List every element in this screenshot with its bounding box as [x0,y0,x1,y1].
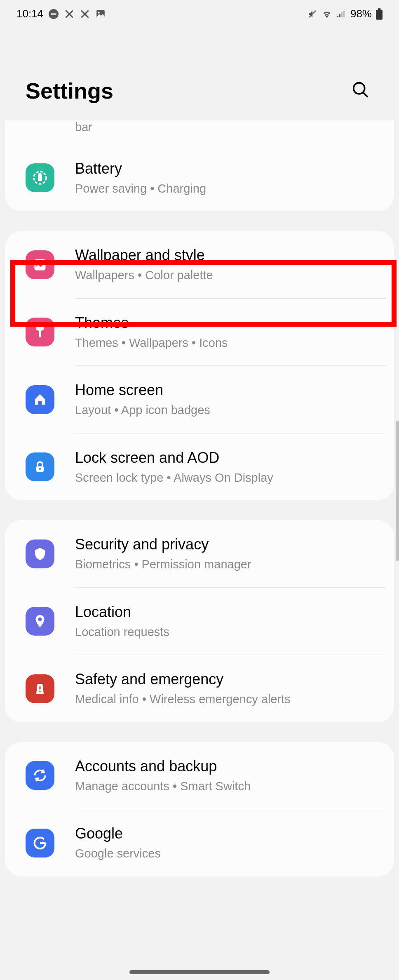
location-icon [26,607,54,636]
setting-lock-screen[interactable]: Lock screen and AOD Screen lock type • A… [5,433,394,500]
setting-themes[interactable]: Themes Themes • Wallpapers • Icons [5,299,394,365]
dnd-icon [48,9,59,19]
search-button[interactable] [348,77,373,104]
svg-rect-8 [343,11,345,17]
svg-point-22 [39,690,41,692]
setting-subtitle: Themes • Wallpapers • Icons [75,335,382,351]
svg-rect-10 [378,8,381,10]
accounts-icon [26,761,54,790]
battery-icon [376,8,383,20]
svg-rect-7 [341,12,343,17]
svg-rect-9 [376,9,383,19]
setting-google[interactable]: Google Google services [5,809,394,876]
settings-group: Accounts and backup Manage accounts • Sm… [5,742,394,876]
search-icon [351,94,370,101]
setting-subtitle: Wallpapers • Color palette [75,268,382,283]
setting-title: Google [75,824,382,843]
partial-subtitle: bar [75,120,394,144]
emergency-icon [26,674,54,703]
battery-setting-icon [26,163,54,192]
mute-icon [307,9,317,19]
svg-line-12 [363,92,368,97]
setting-subtitle: Medical info • Wireless emergency alerts [75,692,382,707]
status-bar: 10:14 98% [0,0,399,28]
svg-rect-6 [339,14,340,17]
wifi-icon [322,9,332,19]
setting-safety[interactable]: Safety and emergency Medical info • Wire… [5,655,394,722]
lock-icon [26,452,54,481]
setting-subtitle: Screen lock type • Always On Display [75,470,382,486]
svg-point-19 [39,468,41,470]
status-time: 10:14 [16,7,43,20]
setting-title: Themes [75,313,382,333]
setting-title: Battery [75,159,382,179]
setting-title: Location [75,603,382,622]
setting-home-screen[interactable]: Home screen Layout • App icon badges [5,366,394,433]
google-icon [26,829,54,858]
status-left: 10:14 [16,7,106,20]
setting-subtitle: Power saving • Charging [75,181,382,197]
svg-point-3 [98,12,100,13]
setting-subtitle: Biometrics • Permission manager [75,557,382,572]
image-icon [95,9,106,19]
svg-point-17 [37,262,39,264]
setting-title: Lock screen and AOD [75,448,382,468]
settings-group: bar Battery Power saving • Charging [5,120,394,211]
svg-rect-5 [337,16,338,17]
settings-group: Security and privacy Biometrics • Permis… [5,520,394,722]
setting-subtitle: Layout • App icon badges [75,403,382,418]
setting-accounts[interactable]: Accounts and backup Manage accounts • Sm… [5,742,394,809]
setting-subtitle: Location requests [75,624,382,640]
scrollbar[interactable] [396,421,399,561]
setting-security[interactable]: Security and privacy Biometrics • Permis… [5,520,394,587]
x-icon-2 [80,9,90,19]
themes-icon [26,318,54,346]
setting-title: Wallpaper and style [75,246,382,265]
setting-subtitle: Google services [75,846,382,862]
svg-rect-1 [51,13,56,14]
svg-rect-21 [40,686,41,690]
svg-point-11 [354,83,365,94]
svg-point-20 [38,617,42,621]
wallpaper-icon [26,250,54,279]
setting-title: Safety and emergency [75,670,382,689]
setting-wallpaper[interactable]: Wallpaper and style Wallpapers • Color p… [5,231,394,298]
x-icon [64,9,75,19]
setting-location[interactable]: Location Location requests [5,588,394,655]
status-right: 98% [307,7,383,20]
nav-handle[interactable] [129,970,270,974]
svg-rect-14 [39,175,42,181]
shield-icon [26,539,54,568]
svg-rect-15 [39,174,40,175]
setting-subtitle: Manage accounts • Smart Switch [75,779,382,794]
header: Settings [0,28,399,120]
home-icon [26,385,54,414]
setting-title: Accounts and backup [75,757,382,776]
battery-percent: 98% [350,7,372,20]
signal-icon [336,9,346,19]
page-title: Settings [26,78,113,104]
setting-battery[interactable]: Battery Power saving • Charging [5,144,394,211]
settings-group: Wallpaper and style Wallpapers • Color p… [5,231,394,500]
setting-title: Security and privacy [75,535,382,554]
setting-title: Home screen [75,381,382,400]
